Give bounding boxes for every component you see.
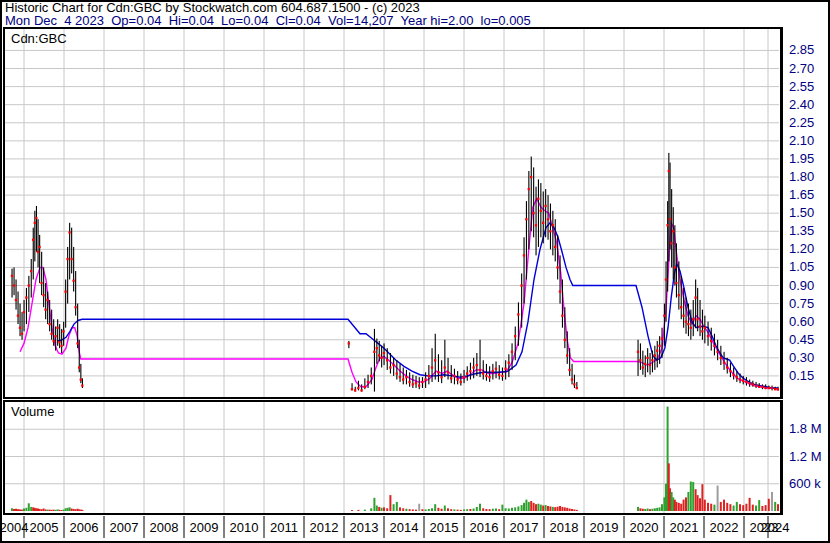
- volume-bar: [11, 508, 13, 511]
- price-bar: [702, 310, 703, 340]
- volume-bar: [683, 500, 685, 511]
- close-dot: [713, 345, 715, 347]
- close-dot: [472, 366, 474, 368]
- close-dot: [710, 340, 712, 342]
- year-tick-label: 2020: [630, 521, 659, 535]
- volume-bar: [378, 507, 380, 511]
- volume-bar: [739, 504, 741, 511]
- close-dot: [62, 330, 64, 332]
- volume-bar: [505, 508, 507, 511]
- close-dot: [58, 341, 60, 343]
- volume-bar: [554, 507, 556, 511]
- price-bar: [374, 329, 375, 392]
- close-dot: [690, 327, 692, 329]
- volume-bar: [675, 502, 677, 511]
- close-dot: [556, 266, 558, 268]
- close-dot: [28, 284, 30, 286]
- volume-bar: [704, 500, 706, 511]
- close-dot: [755, 384, 757, 386]
- close-dot: [768, 387, 770, 389]
- close-dot: [568, 369, 570, 371]
- close-dot: [418, 384, 420, 386]
- close-dot: [654, 354, 656, 356]
- volume-bar: [463, 509, 465, 511]
- close-dot: [732, 374, 734, 376]
- price-bar: [673, 207, 674, 279]
- price-bar: [545, 189, 546, 237]
- close-dot: [554, 246, 556, 248]
- price-bar: [387, 348, 388, 370]
- close-dot: [60, 345, 62, 347]
- price-bar: [667, 201, 668, 291]
- volume-bar: [573, 509, 575, 511]
- volume-bar: [678, 503, 680, 511]
- year-tick-label: 2021: [670, 521, 699, 535]
- close-dot: [360, 389, 362, 391]
- volume-bar: [63, 510, 65, 511]
- volume-bar: [566, 508, 568, 511]
- price-bar: [73, 247, 74, 292]
- volume-bar: [485, 509, 487, 511]
- price-bar: [543, 191, 544, 243]
- price-bar: [564, 307, 565, 348]
- price-bar: [489, 366, 490, 382]
- volume-bar: [39, 509, 41, 511]
- volume-bar: [742, 505, 744, 511]
- close-dot: [54, 335, 56, 337]
- price-bar: [572, 364, 573, 384]
- volume-bar: [460, 510, 462, 511]
- price-bar: [674, 225, 675, 285]
- price-bar: [26, 288, 27, 324]
- volume-bar: [386, 508, 388, 511]
- volume-bar: [476, 507, 478, 511]
- volume-bar: [447, 508, 449, 511]
- price-bar: [460, 374, 461, 386]
- volume-bar: [521, 505, 523, 511]
- volume-bar: [428, 509, 430, 511]
- price-bar: [645, 355, 646, 377]
- close-dot: [370, 375, 372, 377]
- close-dot: [687, 323, 689, 325]
- price-bar: [77, 304, 78, 349]
- price-bar: [69, 223, 70, 280]
- volume-bar: [533, 503, 535, 511]
- price-bar: [31, 259, 32, 298]
- price-bar: [695, 279, 696, 327]
- volume-bar: [396, 502, 398, 511]
- year-tick-label: 2015: [430, 521, 459, 535]
- price-bar: [654, 346, 655, 370]
- volume-bar: [525, 500, 527, 511]
- close-dot: [38, 246, 40, 248]
- volume-bar: [415, 510, 417, 511]
- volume-bar: [41, 509, 43, 511]
- volume-bar: [479, 504, 481, 511]
- close-dot: [376, 347, 378, 349]
- price-tick-label: 2.70: [789, 62, 814, 76]
- close-dot: [656, 350, 658, 352]
- close-dot: [646, 357, 648, 359]
- close-dot: [399, 376, 401, 378]
- volume-bar: [405, 509, 407, 511]
- price-bar: [690, 310, 691, 340]
- close-dot: [680, 306, 682, 308]
- close-dot: [552, 224, 554, 226]
- close-dot: [520, 284, 522, 286]
- close-dot: [525, 218, 527, 220]
- price-bar: [697, 288, 698, 331]
- price-bar: [531, 157, 532, 232]
- close-dot: [669, 218, 671, 220]
- year-tick-label: 2014: [390, 521, 419, 535]
- price-bar: [39, 235, 40, 283]
- close-dot: [561, 315, 563, 317]
- year-tick-label: 2013: [350, 521, 379, 535]
- volume-tick-label: 1.2 M: [789, 450, 822, 464]
- price-bar: [457, 371, 458, 384]
- close-dot: [559, 290, 561, 292]
- year-tick-label: 2007: [110, 521, 139, 535]
- close-dot: [32, 239, 34, 241]
- close-dot: [76, 342, 78, 344]
- symbol-label: Cdn:GBC: [11, 31, 67, 46]
- volume-bar: [569, 509, 571, 511]
- close-dot: [392, 364, 394, 366]
- volume-bar: [552, 507, 554, 511]
